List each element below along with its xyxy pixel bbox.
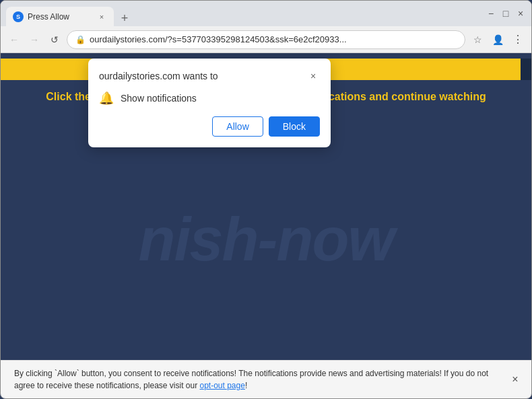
permission-row: 🔔 Show notifications [99, 91, 320, 106]
permission-text: Show notifications [121, 93, 197, 104]
url-actions: ☆ 👤 [469, 32, 506, 48]
back-button[interactable]: ← [6, 32, 22, 48]
notification-permission-dialog: ourdailystories.com wants to × 🔔 Show no… [88, 59, 331, 147]
tab-close-button[interactable]: × [96, 11, 107, 22]
popup-buttons: Allow Block [99, 116, 320, 137]
lock-icon: 🔒 [75, 35, 86, 44]
tab-area: S Press Allow × + [6, 1, 481, 26]
minimize-button[interactable]: − [486, 8, 496, 19]
window-controls: − □ × [486, 8, 526, 19]
reload-button[interactable]: ↺ [46, 32, 63, 48]
window-close-button[interactable]: × [515, 8, 526, 19]
background-watermark: nish-now [139, 205, 394, 275]
bottom-notification-bar: By clicking `Allow` button, you consent … [1, 360, 531, 398]
bell-icon: 🔔 [99, 91, 114, 106]
browser-tab[interactable]: S Press Allow × [6, 7, 114, 27]
browser-menu-button[interactable]: ⋮ [510, 32, 526, 48]
popup-header: ourdailystories.com wants to × [99, 69, 320, 83]
page-content: nish-now 98% Click the «Allow» button to… [1, 53, 531, 398]
popup-title: ourdailystories.com wants to [99, 71, 218, 81]
new-tab-button[interactable]: + [117, 10, 133, 26]
title-bar: S Press Allow × + − □ × [1, 1, 531, 26]
popup-close-button[interactable]: × [306, 69, 320, 83]
url-text: ourdailystories.com/?s=53770339529812450… [90, 34, 457, 44]
bottom-bar-close-button[interactable]: × [507, 371, 523, 388]
address-bar: ← → ↺ 🔒 ourdailystories.com/?s=537703395… [1, 26, 531, 53]
profile-button[interactable]: 👤 [490, 32, 506, 48]
opt-out-link[interactable]: opt-out page [199, 381, 244, 390]
block-button[interactable]: Block [269, 116, 320, 137]
url-bar[interactable]: 🔒 ourdailystories.com/?s=537703395298124… [67, 30, 465, 49]
allow-button[interactable]: Allow [212, 116, 263, 137]
browser-window: S Press Allow × + − □ × ← → ↺ 🔒 ourdaily… [0, 0, 532, 399]
forward-button[interactable]: → [26, 32, 42, 48]
maximize-button[interactable]: □ [500, 8, 511, 19]
tab-favicon: S [13, 11, 24, 22]
bookmark-button[interactable]: ☆ [469, 32, 486, 48]
bottom-bar-text: By clicking `Allow` button, you consent … [14, 369, 488, 390]
tab-title: Press Allow [28, 12, 92, 22]
